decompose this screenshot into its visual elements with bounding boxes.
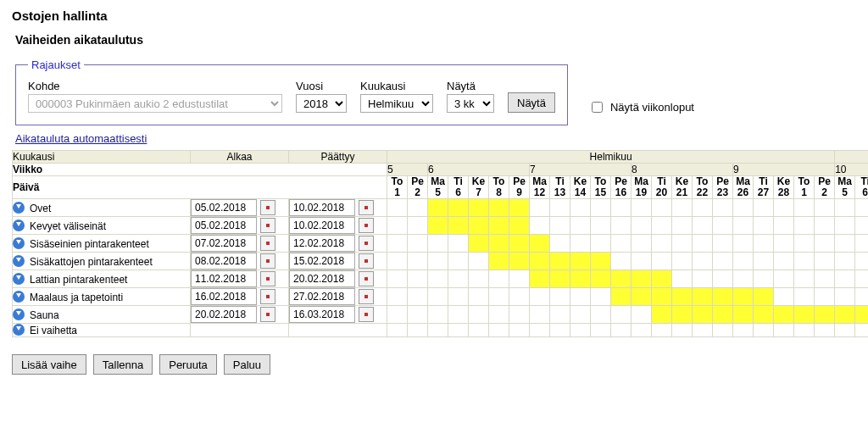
gantt-cell [774,253,794,270]
start-date-cell [191,217,289,235]
add-phase-button[interactable]: Lisää vaihe [12,354,86,375]
arrow-down-icon[interactable] [13,291,25,303]
gantt-cell [855,306,868,324]
gantt-cell [387,270,408,288]
header-paattyy: Päättyy [289,151,387,164]
span-select[interactable]: 3 kk [447,94,494,113]
arrow-down-icon[interactable] [13,308,25,320]
calendar-icon[interactable] [359,289,374,304]
arrow-down-icon[interactable] [13,237,25,249]
gantt-cell [509,288,530,306]
header-kuukausi: Kuukausi [13,151,191,164]
day-header: Ti20 [652,176,672,199]
gantt-cell [550,288,570,306]
gantt-cell [530,324,550,337]
gantt-cell [489,253,509,270]
vuosi-select[interactable]: 2018 [296,94,347,113]
calendar-icon[interactable] [359,271,374,286]
end-date-input[interactable] [289,288,355,305]
back-button[interactable]: Paluu [224,354,270,375]
gantt-cell [550,306,570,324]
gantt-cell [428,270,448,288]
save-button[interactable]: Tallenna [93,354,153,375]
start-date-input[interactable] [191,288,257,305]
section-title: Vaiheiden aikataulutus [15,33,856,47]
gantt-cell [591,288,611,306]
day-header: Pe16 [611,176,632,199]
calendar-icon[interactable] [260,271,275,286]
gantt-cell [408,199,428,217]
day-header: Ti27 [754,176,774,199]
gantt-cell [408,253,428,270]
arrow-down-icon[interactable] [13,202,25,214]
auto-schedule-link[interactable]: Aikatauluta automaattisesti [15,132,147,145]
start-date-input[interactable] [191,270,257,287]
show-button[interactable]: Näytä [508,92,555,113]
calendar-icon[interactable] [260,307,275,322]
gantt-cell [591,253,611,270]
gantt-cell [632,217,652,235]
calendar-icon[interactable] [359,200,374,215]
calendar-icon[interactable] [260,218,275,233]
phase-name-cell: Ei vaihetta [13,324,191,337]
gantt-cell [489,324,509,337]
start-date-input[interactable] [191,253,257,270]
arrow-down-icon[interactable] [13,324,25,336]
gantt-cell [815,270,835,288]
gantt-cell [733,306,754,324]
calendar-icon[interactable] [359,218,374,233]
start-date-input[interactable] [191,306,257,323]
gantt-cell [428,217,448,235]
gantt-cell [794,253,815,270]
gantt-cell [509,199,530,217]
end-date-input[interactable] [289,217,355,234]
start-date-input[interactable] [191,199,257,216]
gantt-cell [387,199,408,217]
gantt-cell [611,199,632,217]
calendar-icon[interactable] [260,200,275,215]
gantt-cell [509,324,530,337]
calendar-icon[interactable] [359,307,374,322]
gantt-cell [469,270,489,288]
gantt-cell [611,306,632,324]
gantt-cell [469,306,489,324]
end-date-input[interactable] [289,253,355,270]
arrow-down-icon[interactable] [13,255,25,267]
end-date-cell [289,235,387,253]
calendar-icon[interactable] [260,253,275,269]
gantt-cell [570,288,591,306]
end-date-input[interactable] [289,235,355,252]
start-date-input[interactable] [191,235,257,252]
gantt-cell [591,306,611,324]
filters-legend: Rajaukset [28,58,84,71]
calendar-icon[interactable] [260,236,275,251]
end-date-input[interactable] [289,306,355,323]
weekend-checkbox[interactable] [592,102,603,113]
arrow-down-icon[interactable] [13,273,25,285]
gantt-cell [632,288,652,306]
gantt-cell [855,324,868,337]
kohde-select[interactable]: 000003 Pukinmäen aukio 2 edustustilat [28,94,282,113]
gantt-cell [754,253,774,270]
gantt-cell [815,306,835,324]
kuukausi-select[interactable]: Helmikuu [360,94,433,113]
month-header-blank [835,151,868,164]
calendar-icon[interactable] [359,236,374,251]
arrow-down-icon[interactable] [13,220,25,231]
gantt-cell [794,324,815,337]
gantt-cell [469,324,489,337]
gantt-cell [794,306,815,324]
phase-row: Maalaus ja tapetointi [13,288,869,306]
gantt-cell [693,306,713,324]
end-date-input[interactable] [289,199,355,216]
calendar-icon[interactable] [359,253,374,269]
gantt-cell [550,253,570,270]
gantt-cell [570,199,591,217]
end-date-input[interactable] [289,270,355,287]
calendar-icon[interactable] [260,289,275,304]
cancel-button[interactable]: Peruuta [159,354,217,375]
day-header: Ma19 [632,176,652,199]
gantt-cell [713,253,733,270]
gantt-cell [835,217,855,235]
start-date-input[interactable] [191,217,257,234]
